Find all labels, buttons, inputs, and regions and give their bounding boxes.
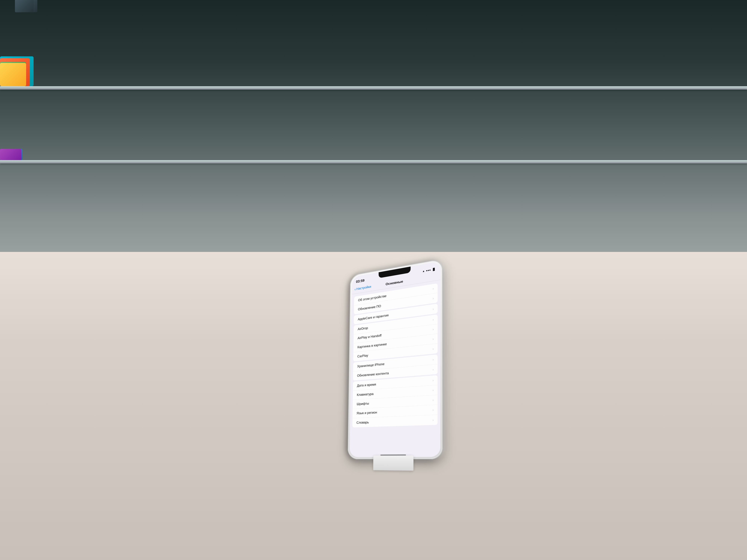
wifi-icon: ▲ bbox=[422, 269, 425, 273]
chevron-icon: › bbox=[433, 296, 434, 300]
chevron-icon: › bbox=[433, 307, 434, 311]
battery-icon: ▐▌ bbox=[432, 267, 436, 271]
chevron-icon: › bbox=[432, 318, 434, 322]
signal-icon: ●●● bbox=[426, 268, 431, 272]
chevron-icon: › bbox=[432, 418, 434, 422]
settings-content: Об этом устройстве › Обновление ПО › App… bbox=[350, 280, 440, 457]
shelf-line-2 bbox=[0, 160, 747, 163]
product-box-9 bbox=[0, 63, 26, 86]
chevron-icon: › bbox=[432, 367, 434, 372]
phone-stand bbox=[373, 455, 413, 471]
back-button[interactable]: ‹ Настройки bbox=[354, 285, 371, 291]
chevron-icon: › bbox=[432, 378, 434, 382]
chevron-icon: › bbox=[432, 408, 434, 412]
page-title: Основные bbox=[386, 279, 403, 286]
back-label[interactable]: Настройки bbox=[356, 285, 371, 291]
chevron-icon: › bbox=[432, 327, 434, 331]
chevron-icon: › bbox=[432, 357, 434, 362]
chevron-icon: › bbox=[432, 388, 434, 392]
chevron-icon: › bbox=[432, 398, 434, 402]
back-chevron-icon: ‹ bbox=[354, 287, 356, 291]
status-time: 03:59 bbox=[356, 278, 364, 284]
phone-body: 03:59 ▲ ●●● ▐▌ ‹ Настройки Основные bbox=[347, 259, 443, 459]
chevron-icon: › bbox=[432, 347, 434, 351]
chevron-icon: › bbox=[433, 287, 434, 291]
phone-screen: 03:59 ▲ ●●● ▐▌ ‹ Настройки Основные bbox=[350, 261, 440, 457]
product-box-14 bbox=[0, 149, 22, 160]
settings-group-5: Дата и время › Клавиатура › Шрифты › Язы… bbox=[352, 375, 437, 427]
product-box-4 bbox=[15, 0, 34, 12]
shelf-line-1 bbox=[0, 86, 747, 89]
chevron-icon: › bbox=[432, 337, 434, 341]
phone-wrapper: 03:59 ▲ ●●● ▐▌ ‹ Настройки Основные bbox=[347, 259, 443, 459]
